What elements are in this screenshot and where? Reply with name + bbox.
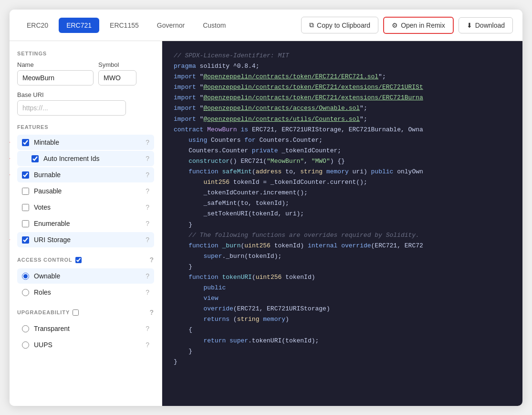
arrow-uri-storage: ➤	[10, 234, 10, 245]
upgradeability-label: UPGRADEABILITY ?	[17, 309, 154, 316]
header: ERC20 ERC721 ERC1155 Governor Custom ⧉ C…	[10, 10, 522, 41]
transparent-radio[interactable]	[22, 325, 29, 332]
auto-increment-help-icon[interactable]: ?	[146, 155, 149, 162]
auto-increment-label: Auto Increment Ids	[43, 155, 146, 162]
symbol-input[interactable]	[98, 70, 136, 85]
access-control-section: ACCESS CONTROL ? Ownable ? Roles ?	[17, 256, 154, 300]
votes-help-icon[interactable]: ?	[146, 203, 149, 211]
uups-help-icon[interactable]: ?	[146, 341, 149, 349]
arrow-auto-increment: ➤	[10, 153, 10, 164]
burnable-label: Burnable	[34, 171, 146, 179]
feature-burnable: ➤ Burnable ?	[17, 167, 154, 182]
mintable-help-icon[interactable]: ?	[146, 138, 149, 146]
tab-governor[interactable]: Governor	[149, 18, 192, 33]
download-icon: ⬇	[467, 21, 472, 29]
access-control-label: ACCESS CONTROL ?	[17, 256, 154, 264]
sidebar: SETTINGS Name Symbol Base URI	[10, 41, 162, 406]
roles-label: Roles	[34, 288, 146, 296]
votes-label: Votes	[34, 203, 146, 211]
burnable-checkbox[interactable]	[22, 171, 29, 179]
open-in-remix-button[interactable]: ⚙ Open in Remix	[383, 17, 454, 34]
mintable-checkbox[interactable]	[22, 139, 29, 146]
burnable-help-icon[interactable]: ?	[146, 171, 149, 179]
upgrade-transparent: Transparent ?	[17, 321, 154, 336]
name-input[interactable]	[17, 70, 94, 85]
ownable-label: Ownable	[34, 272, 146, 280]
access-control-help-icon[interactable]: ?	[150, 256, 154, 264]
pausable-checkbox[interactable]	[22, 188, 29, 195]
enumerable-checkbox[interactable]	[22, 220, 29, 227]
roles-help-icon[interactable]: ?	[146, 288, 149, 296]
transparent-help-icon[interactable]: ?	[146, 325, 149, 332]
clipboard-copy-button[interactable]: ⧉ Copy to Clipboard	[301, 17, 378, 33]
tab-erc20[interactable]: ERC20	[19, 18, 56, 33]
settings-section-label: SETTINGS	[17, 51, 154, 56]
base-uri-input[interactable]	[17, 100, 126, 116]
enumerable-label: Enumerable	[34, 220, 146, 227]
upgradeability-help-icon[interactable]: ?	[150, 309, 154, 316]
uups-label: UUPS	[34, 341, 146, 349]
features-section: FEATURES ➤ Mintable ? ➤ Auto Increment I…	[17, 124, 154, 247]
tab-erc721[interactable]: ERC721	[59, 18, 99, 33]
feature-pausable: Pausable ?	[17, 183, 154, 199]
clipboard-icon: ⧉	[309, 21, 314, 29]
tab-erc1155[interactable]: ERC1155	[102, 18, 146, 33]
uri-storage-checkbox[interactable]	[22, 236, 29, 244]
roles-radio[interactable]	[22, 289, 29, 296]
pausable-help-icon[interactable]: ?	[146, 187, 149, 195]
features-section-label: FEATURES	[17, 124, 154, 130]
download-button[interactable]: ⬇ Download	[459, 17, 513, 33]
name-label: Name	[17, 61, 94, 68]
access-ownable: Ownable ?	[17, 268, 154, 284]
upgradeability-checkbox[interactable]	[73, 309, 79, 316]
transparent-label: Transparent	[34, 325, 146, 332]
uri-storage-help-icon[interactable]: ?	[146, 236, 149, 244]
ownable-help-icon[interactable]: ?	[146, 272, 149, 280]
settings-fields: Name Symbol Base URI	[17, 61, 154, 116]
auto-increment-checkbox[interactable]	[31, 155, 39, 162]
arrow-burnable: ➤	[10, 170, 10, 180]
access-control-checkbox[interactable]	[75, 257, 82, 263]
pausable-label: Pausable	[34, 187, 146, 195]
feature-mintable: ➤ Mintable ?	[17, 135, 154, 150]
ownable-radio[interactable]	[22, 273, 29, 280]
symbol-label: Symbol	[98, 61, 136, 68]
arrow-mintable: ➤	[10, 137, 10, 148]
uups-radio[interactable]	[22, 341, 29, 349]
access-roles: Roles ?	[17, 285, 154, 300]
votes-checkbox[interactable]	[22, 204, 29, 211]
upgrade-uups: UUPS ?	[17, 337, 154, 352]
enumerable-help-icon[interactable]: ?	[146, 220, 149, 227]
main-layout: SETTINGS Name Symbol Base URI	[10, 41, 522, 406]
remix-icon: ⚙	[392, 21, 398, 29]
upgradeability-section: UPGRADEABILITY ? Transparent ? UUPS ?	[17, 309, 154, 352]
header-actions: ⧉ Copy to Clipboard ⚙ Open in Remix ⬇ Do…	[301, 17, 513, 34]
feature-uri-storage: ➤ URI Storage ?	[17, 232, 154, 247]
uri-storage-label: URI Storage	[34, 236, 146, 244]
base-uri-label: Base URI	[17, 91, 154, 98]
feature-enumerable: Enumerable ?	[17, 216, 154, 231]
tab-custom[interactable]: Custom	[195, 18, 233, 33]
mintable-label: Mintable	[34, 138, 146, 146]
feature-votes: Votes ?	[17, 200, 154, 215]
code-panel: // SPDX-License-Identifier: MIT pragma s…	[162, 41, 522, 406]
feature-auto-increment: ➤ Auto Increment Ids ?	[17, 151, 154, 166]
